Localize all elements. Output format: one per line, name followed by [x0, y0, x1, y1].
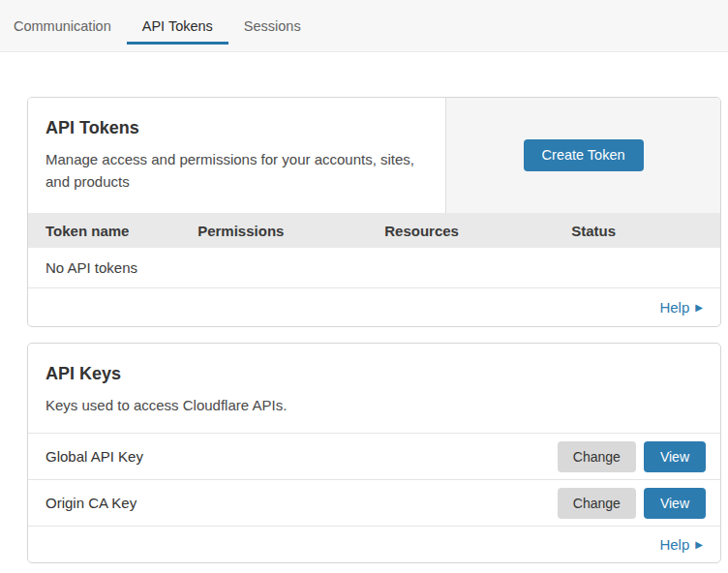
tab-sessions[interactable]: Sessions	[228, 0, 317, 51]
change-global-api-key-button[interactable]: Change	[558, 441, 636, 472]
create-token-button[interactable]: Create Token	[524, 139, 644, 171]
help-arrow-icon: ▶	[695, 540, 703, 550]
tab-api-tokens[interactable]: API Tokens	[127, 0, 228, 51]
api-keys-help-row: Help ▶	[28, 526, 720, 562]
key-actions: Change View	[558, 441, 706, 472]
api-keys-card-header: API Keys Keys used to access Cloudflare …	[28, 344, 720, 433]
api-tokens-help-link[interactable]: Help ▶	[659, 299, 703, 316]
help-label: Help	[659, 299, 689, 316]
token-table-header: Token name Permissions Resources Status	[28, 213, 720, 248]
api-keys-title: API Keys	[46, 364, 703, 384]
key-name: Global API Key	[46, 448, 143, 465]
main-content: API Tokens Manage access and permissions…	[0, 52, 728, 563]
api-tokens-title: API Tokens	[46, 118, 426, 138]
key-name: Origin CA Key	[46, 495, 136, 511]
help-label: Help	[659, 536, 689, 553]
api-tokens-card-header: API Tokens Manage access and permissions…	[28, 98, 720, 213]
key-row-global-api-key: Global API Key Change View	[28, 433, 720, 479]
column-header-token-name: Token name	[28, 223, 197, 239]
api-tokens-card: API Tokens Manage access and permissions…	[27, 97, 721, 327]
empty-message: No API tokens	[46, 259, 137, 276]
api-keys-card: API Keys Keys used to access Cloudflare …	[27, 343, 721, 563]
key-actions: Change View	[558, 488, 706, 519]
column-header-permissions: Permissions	[197, 223, 384, 239]
view-origin-ca-key-button[interactable]: View	[644, 488, 706, 519]
api-tokens-description: Manage access and permissions for your a…	[46, 148, 426, 194]
help-arrow-icon: ▶	[695, 303, 703, 313]
change-origin-ca-key-button[interactable]: Change	[558, 488, 636, 519]
column-header-resources: Resources	[384, 223, 571, 239]
view-global-api-key-button[interactable]: View	[644, 441, 706, 472]
column-header-status: Status	[571, 223, 720, 239]
api-keys-help-link[interactable]: Help ▶	[659, 536, 703, 553]
api-tokens-help-row: Help ▶	[28, 288, 720, 326]
tab-communication[interactable]: Communication	[6, 0, 127, 51]
api-keys-description: Keys used to access Cloudflare APIs.	[46, 394, 703, 416]
key-row-origin-ca-key: Origin CA Key Change View	[28, 479, 720, 526]
tab-bar: Communication API Tokens Sessions	[0, 0, 728, 52]
api-tokens-card-header-action: Create Token	[445, 98, 720, 213]
token-table-empty-row: No API tokens	[28, 248, 720, 288]
api-tokens-card-header-text: API Tokens Manage access and permissions…	[28, 98, 445, 213]
